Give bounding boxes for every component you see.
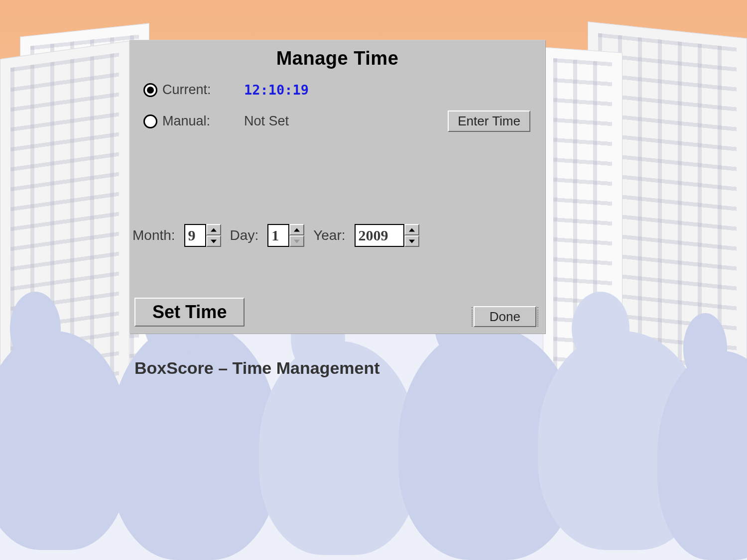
date-row: Month: 9 Day: 1 [132,224,539,247]
manual-radio[interactable] [143,114,157,128]
caret-up-icon [409,228,415,232]
month-up-button[interactable] [206,224,221,235]
day-down-button[interactable] [289,235,304,247]
current-radio[interactable] [143,83,157,97]
caret-down-icon [409,239,415,243]
month-down-button[interactable] [206,235,221,247]
caret-down-icon [294,239,300,243]
year-label: Year: [313,227,345,243]
caret-down-icon [211,239,217,243]
manual-time-row: Manual: Not Set Enter Time [143,111,531,132]
day-spinner: 1 [267,224,304,247]
background-building [543,47,622,475]
month-input[interactable]: 9 [184,224,206,247]
current-time-value: 12:10:19 [244,82,309,98]
dialog-title: Manage Time [129,48,545,69]
manage-time-dialog: Manage Time Current: 12:10:19 Manual: No… [129,40,545,334]
day-label: Day: [230,227,259,243]
caret-up-icon [294,228,300,232]
background-building [0,41,129,507]
slide-background: Manage Time Current: 12:10:19 Manual: No… [0,0,747,560]
done-focus-ring: Done [472,307,538,327]
month-label: Month: [132,227,175,243]
year-input[interactable]: 2009 [355,224,404,247]
current-label: Current: [162,82,237,98]
manual-time-value: Not Set [244,113,289,129]
manual-label: Manual: [162,113,237,129]
caret-up-icon [211,228,217,232]
enter-time-button[interactable]: Enter Time [448,111,530,132]
year-down-button[interactable] [404,235,419,247]
year-up-button[interactable] [404,224,419,235]
day-up-button[interactable] [289,224,304,235]
year-spinner: 2009 [355,224,419,247]
month-spinner: 9 [184,224,221,247]
done-button[interactable]: Done [474,306,536,327]
dialog-footer: Set Time Done [134,298,538,327]
day-input[interactable]: 1 [267,224,289,247]
slide-caption: BoxScore – Time Management [134,358,380,378]
current-time-row: Current: 12:10:19 [143,82,531,98]
set-time-button[interactable]: Set Time [134,298,245,327]
